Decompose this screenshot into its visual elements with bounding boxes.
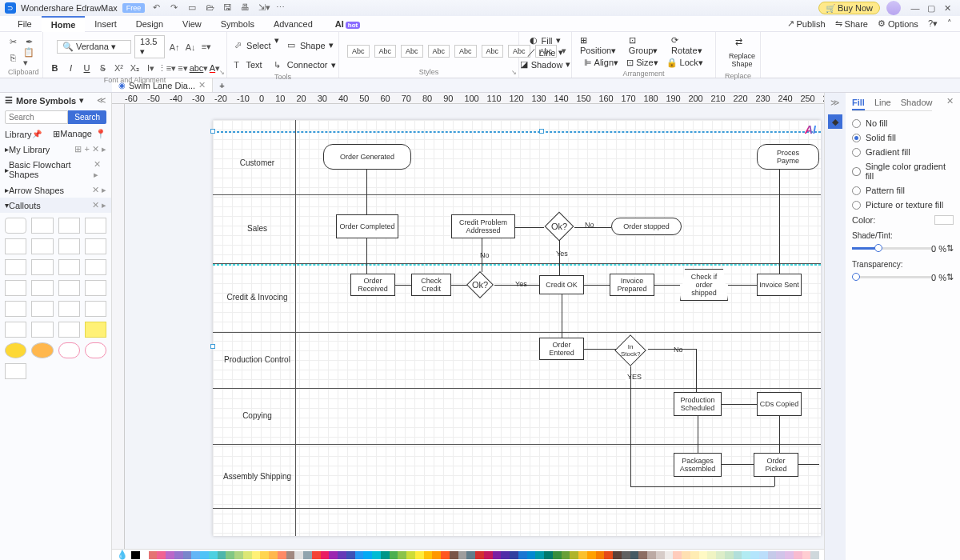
print-icon[interactable]: 🖶 (241, 2, 252, 14)
font-family-dropdown[interactable]: 🔍 Verdana ▾ (57, 40, 131, 54)
node-check-credit[interactable]: Check Credit (411, 274, 451, 296)
node-check-shipped[interactable]: Check if order shipped (680, 269, 728, 301)
palette-color[interactable] (346, 551, 355, 559)
node-order-completed[interactable]: Order Completed (336, 214, 398, 238)
palette-color[interactable] (355, 551, 364, 559)
palette-color[interactable] (630, 551, 639, 559)
select-tool-icon[interactable]: ⬀ (232, 39, 243, 52)
expand-font-icon[interactable]: ↘ (219, 69, 225, 76)
export-icon[interactable]: ⇲▾ (258, 2, 270, 14)
palette-color[interactable] (278, 551, 286, 559)
shape-thumb[interactable] (85, 280, 106, 296)
node-order-stopped[interactable]: Order stopped (611, 218, 682, 235)
shape-thumb[interactable] (31, 342, 53, 358)
hr-icon[interactable]: abc▾ (193, 62, 206, 74)
group-dropdown[interactable]: ⊡ Group▾ (629, 35, 663, 56)
publish-button[interactable]: ↗ Publish (787, 18, 826, 29)
palette-color[interactable] (750, 551, 759, 559)
palette-color[interactable] (544, 551, 553, 559)
buy-now-button[interactable]: 🛒 Buy Now (818, 2, 880, 14)
palette-color[interactable] (587, 551, 596, 559)
palette-color[interactable] (398, 551, 406, 559)
connector[interactable] (798, 464, 819, 465)
palette-color[interactable] (390, 551, 398, 559)
shape-thumb[interactable] (31, 280, 53, 296)
palette-color[interactable] (286, 551, 295, 559)
increase-font-icon[interactable]: A↑ (168, 41, 181, 54)
shape-thumb[interactable] (85, 322, 106, 338)
shape-thumb[interactable] (31, 259, 53, 275)
palette-color[interactable] (294, 551, 303, 559)
palette-color[interactable] (810, 551, 819, 559)
style-preset[interactable]: Abc (482, 45, 504, 58)
palette-color[interactable] (252, 551, 261, 559)
connector[interactable] (562, 294, 562, 338)
palette-color[interactable] (776, 551, 785, 559)
node-cds-copied[interactable]: CDs Copied (757, 392, 802, 416)
palette-color[interactable] (466, 551, 475, 559)
italic-icon[interactable]: I (65, 62, 78, 74)
palette-color[interactable] (432, 551, 441, 559)
palette-color[interactable] (312, 551, 321, 559)
connector[interactable] (630, 366, 631, 486)
copy-icon[interactable]: ⎘ (7, 51, 20, 64)
collapse-panel-icon[interactable]: ≪ (97, 95, 106, 106)
options-button[interactable]: ⚙ Options (878, 18, 918, 29)
node-order-entered[interactable]: Order Entered (539, 338, 584, 360)
connector[interactable] (584, 349, 616, 350)
node-order-picked[interactable]: Order Picked (754, 453, 798, 477)
position-dropdown[interactable]: ⊞ Position▾ (580, 35, 621, 56)
shade-slider[interactable] (852, 247, 931, 250)
connector[interactable] (494, 285, 539, 286)
lib-callouts[interactable]: ▾ Callouts✕ ▸ (0, 198, 111, 213)
palette-color[interactable] (759, 551, 768, 559)
user-avatar[interactable] (886, 1, 901, 15)
shape-thumb[interactable] (5, 280, 26, 296)
shape-thumb[interactable] (58, 218, 80, 234)
shape-thumb[interactable] (5, 238, 26, 254)
minimize-button[interactable]: — (907, 3, 923, 13)
close-button[interactable]: ✕ (939, 3, 955, 14)
share-button[interactable]: ⇋ Share (835, 18, 868, 29)
tab-line[interactable]: Line (874, 96, 891, 110)
palette-color[interactable] (604, 551, 613, 559)
fill-dropdown[interactable]: ◐ Fill▾ (530, 35, 560, 46)
palette-color[interactable] (338, 551, 346, 559)
close-panel-icon[interactable]: ✕ (946, 96, 954, 116)
palette-color[interactable] (157, 551, 166, 559)
palette-color[interactable] (234, 551, 243, 559)
numbering-icon[interactable]: ≡▾ (177, 62, 190, 74)
connector[interactable] (779, 416, 780, 453)
palette-color[interactable] (535, 551, 544, 559)
undo-icon[interactable]: ↶ (153, 2, 164, 14)
symbol-search-button[interactable]: Search (68, 110, 106, 124)
palette-color[interactable] (716, 551, 725, 559)
palette-color[interactable] (450, 551, 458, 559)
subscript-icon[interactable]: X₂ (129, 62, 142, 74)
node-order-received[interactable]: Order Received (350, 274, 395, 296)
style-panel-icon[interactable]: ◆ (828, 114, 842, 129)
node-invoice-sent[interactable]: Invoice Sent (757, 274, 802, 296)
shape-thumb[interactable] (5, 301, 26, 317)
node-credit-ok[interactable]: Credit OK (539, 275, 584, 294)
shape-thumb[interactable] (31, 301, 53, 317)
palette-color[interactable] (501, 551, 510, 559)
case-icon[interactable]: I▾ (145, 62, 158, 74)
palette-color[interactable] (725, 551, 734, 559)
palette-color[interactable] (174, 551, 183, 559)
shape-thumb[interactable] (5, 342, 26, 358)
shape-thumb[interactable] (58, 322, 80, 338)
shape-tool-icon[interactable]: ▭ (286, 39, 297, 52)
palette-color[interactable] (441, 551, 450, 559)
help-icon[interactable]: ?▾ (928, 18, 938, 29)
node-credit-problem[interactable]: Credit Problem Addressed (451, 214, 515, 238)
node-order-generated[interactable]: Order Generated (323, 144, 411, 170)
palette-color[interactable] (802, 551, 811, 559)
menu-view[interactable]: View (173, 17, 211, 31)
stepper-icon[interactable]: ⇅ (946, 272, 954, 282)
palette-color[interactable] (493, 551, 502, 559)
connector[interactable] (728, 285, 757, 286)
connector[interactable] (482, 238, 482, 272)
transparency-slider[interactable] (852, 276, 931, 278)
palette-color[interactable] (647, 551, 656, 559)
